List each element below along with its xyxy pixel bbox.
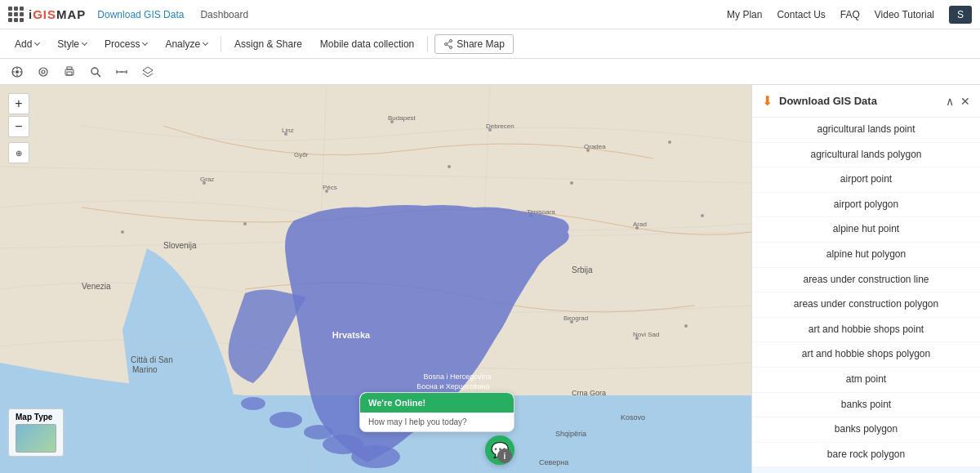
panel-close-button[interactable]: ✕ (960, 96, 970, 107)
svg-text:Novi Sad: Novi Sad (633, 331, 659, 338)
share-map-button[interactable]: Share Map (434, 34, 514, 54)
svg-text:Linz: Linz (282, 127, 294, 134)
svg-marker-22 (143, 67, 153, 74)
measure-icon (116, 66, 127, 78)
map-type-thumbnail (16, 424, 56, 453)
svg-text:Debrecen: Debrecen (486, 123, 514, 130)
panel-list-item[interactable]: alpine hut polygon (752, 243, 980, 268)
svg-text:Kosovo: Kosovo (621, 413, 645, 422)
location-icon-button[interactable] (10, 65, 24, 79)
map-area[interactable]: Linz Budapest Debrecen Oradea Graz Pécs … (0, 85, 751, 473)
panel-list[interactable]: agricultural lands pointagricultural lan… (752, 118, 980, 473)
panel-list-item[interactable]: atm point (752, 368, 980, 393)
panel-minimize-button[interactable]: ∧ (946, 96, 954, 107)
toolbar-separator (220, 36, 221, 52)
panel-list-item[interactable]: agricultural lands polygon (752, 143, 980, 168)
svg-point-11 (39, 68, 47, 76)
svg-point-12 (42, 70, 45, 74)
panel-header-title: Download GIS Data (779, 95, 946, 107)
svg-text:Северна: Северна (539, 458, 568, 466)
select-icon-button[interactable] (36, 65, 51, 79)
assign-share-button[interactable]: Assign & Share (228, 35, 309, 53)
panel-list-item[interactable]: airport polygon (752, 193, 980, 218)
svg-text:Venezia: Venezia (82, 282, 111, 291)
svg-line-3 (448, 41, 450, 43)
svg-text:Győr: Győr (294, 151, 309, 158)
print-icon-button[interactable] (62, 65, 77, 79)
faq-link[interactable]: FAQ (840, 9, 860, 20)
svg-point-16 (91, 68, 98, 74)
svg-text:Marino: Marino (132, 365, 158, 374)
panel-list-item[interactable]: art and hobbie shops polygon (752, 342, 980, 368)
zoom-in-button[interactable]: + (8, 93, 29, 114)
search-icon-button[interactable] (88, 65, 103, 79)
select-icon (38, 66, 49, 78)
svg-text:Crna Gora: Crna Gora (572, 389, 606, 397)
style-button[interactable]: Style (51, 35, 93, 53)
svg-rect-15 (67, 67, 72, 69)
dashboard-link[interactable]: Dashboard (200, 9, 248, 20)
map-type-label: Map Type (16, 413, 56, 422)
download-gis-data-link[interactable]: Download GIS Data (97, 9, 184, 20)
svg-line-24 (148, 74, 153, 77)
logo-area: iGISMAP Download GIS Data Dashboard (8, 7, 248, 22)
reset-view-button[interactable]: ⊕ (8, 142, 29, 163)
svg-point-58 (241, 397, 265, 410)
panel-header-icon: ⬇ (762, 93, 773, 109)
map-type-box[interactable]: Map Type (8, 408, 64, 457)
layers-icon (142, 66, 154, 78)
panel-list-item[interactable]: banks polygon (752, 417, 980, 443)
layers-icon-button[interactable] (140, 65, 155, 79)
svg-text:Città di San: Città di San (131, 355, 173, 364)
contact-us-link[interactable]: Contact Us (777, 9, 825, 20)
panel-list-item[interactable]: art and hobbie shops point (752, 318, 980, 343)
style-chevron-icon (82, 40, 87, 46)
svg-text:Oradea: Oradea (584, 143, 606, 150)
chat-body: How may I help you today? (360, 413, 514, 431)
panel-list-item[interactable]: banks point (752, 393, 980, 418)
chat-widget[interactable]: We're Online! How may I help you today? (359, 392, 514, 432)
grid-icon (8, 7, 24, 22)
svg-line-4 (448, 44, 450, 47)
panel-list-item[interactable]: areas under construction polygon (752, 292, 980, 318)
panel-list-item[interactable]: airport point (752, 167, 980, 193)
user-button[interactable]: S (949, 6, 972, 24)
my-plan-link[interactable]: My Plan (727, 9, 762, 20)
svg-point-34 (668, 141, 671, 144)
analyze-chevron-icon (203, 40, 208, 46)
process-button[interactable]: Process (98, 35, 154, 53)
svg-point-38 (570, 181, 573, 185)
chat-header: We're Online! (360, 393, 514, 413)
svg-text:Arad: Arad (633, 221, 647, 228)
svg-text:Slovenija: Slovenija (163, 241, 197, 250)
info-icon[interactable]: i (497, 448, 512, 463)
svg-text:Hrvatska: Hrvatska (332, 330, 371, 340)
analyze-button[interactable]: Analyze (158, 35, 214, 53)
svg-text:Pécs: Pécs (323, 184, 337, 191)
svg-point-39 (121, 230, 124, 234)
svg-text:Shqipëria: Shqipëria (555, 430, 586, 438)
video-tutorial-link[interactable]: Video Tutorial (875, 9, 934, 20)
panel-list-item[interactable]: areas under construction line (752, 268, 980, 293)
toolbar-separator-2 (427, 36, 428, 52)
panel-list-item[interactable]: alpine hut point (752, 217, 980, 243)
mobile-data-button[interactable]: Mobile data collection (314, 35, 421, 53)
map-controls: + − ⊕ (8, 93, 29, 163)
add-button[interactable]: Add (8, 35, 46, 53)
svg-line-23 (143, 74, 148, 77)
svg-text:Srbija: Srbija (572, 266, 593, 274)
svg-line-17 (97, 74, 100, 77)
panel-list-item[interactable]: bare rock polygon (752, 443, 980, 468)
svg-point-6 (16, 70, 19, 74)
top-navigation: iGISMAP Download GIS Data Dashboard My P… (0, 0, 980, 29)
svg-point-60 (304, 425, 333, 440)
add-chevron-icon (34, 40, 40, 46)
location-icon (11, 66, 23, 78)
measure-icon-button[interactable] (114, 65, 129, 79)
panel-list-item[interactable]: agricultural lands point (752, 118, 980, 143)
panel-header-controls: ∧ ✕ (946, 96, 970, 107)
svg-rect-14 (67, 72, 72, 75)
map-icons-toolbar (0, 59, 980, 85)
panel-list-item[interactable]: beaches point (752, 467, 980, 473)
zoom-out-button[interactable]: − (8, 116, 29, 137)
